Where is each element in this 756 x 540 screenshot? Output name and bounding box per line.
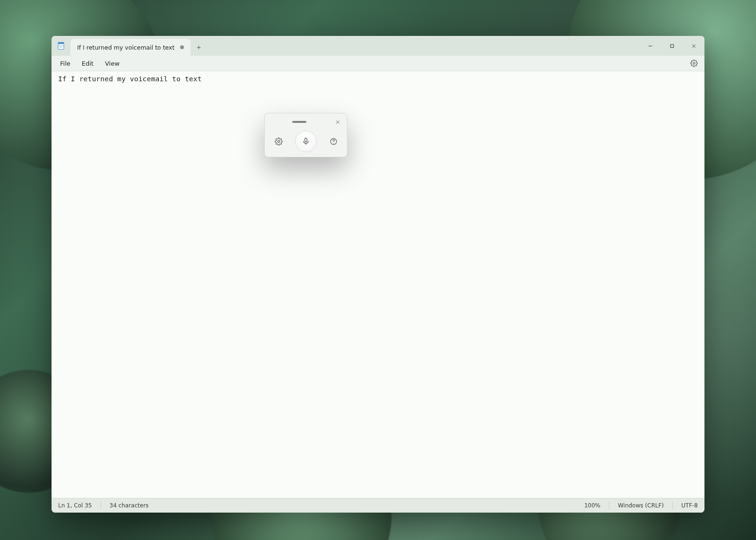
menu-view[interactable]: View <box>99 58 125 69</box>
notepad-icon <box>57 42 65 50</box>
voice-typing-widget[interactable] <box>264 113 348 157</box>
divider <box>672 502 673 509</box>
app-icon-slot <box>52 36 70 56</box>
menu-file[interactable]: File <box>54 58 76 69</box>
window-controls <box>639 36 704 56</box>
titlebar[interactable]: If I returned my voicemail to text <box>52 36 704 56</box>
menubar: File Edit View <box>52 56 704 71</box>
desktop-wallpaper: If I returned my voicemail to text <box>0 0 756 540</box>
divider <box>609 502 609 509</box>
minimize-button[interactable] <box>639 36 661 56</box>
minimize-icon <box>648 43 653 49</box>
editor-textarea[interactable]: If I returned my voicemail to text <box>52 71 704 498</box>
svg-point-14 <box>278 140 279 142</box>
maximize-button[interactable] <box>661 36 683 56</box>
voice-close-button[interactable] <box>333 117 342 127</box>
gear-icon <box>690 60 698 67</box>
menu-edit[interactable]: Edit <box>76 58 99 69</box>
status-char-count: 34 characters <box>108 502 151 509</box>
settings-button[interactable] <box>686 58 702 69</box>
voice-help-button[interactable] <box>326 134 340 148</box>
drag-handle-icon[interactable] <box>292 121 306 123</box>
unsaved-indicator-icon[interactable] <box>180 45 184 49</box>
microphone-button[interactable] <box>295 130 317 152</box>
status-encoding[interactable]: UTF-8 <box>679 502 700 509</box>
voice-widget-controls <box>269 129 343 152</box>
status-line-endings[interactable]: Windows (CRLF) <box>616 502 666 509</box>
status-position[interactable]: Ln 1, Col 35 <box>56 502 94 509</box>
close-button[interactable] <box>683 36 704 56</box>
voice-widget-header[interactable] <box>269 117 343 129</box>
maximize-icon <box>669 43 675 49</box>
svg-rect-1 <box>58 43 64 44</box>
close-icon <box>691 43 696 49</box>
help-icon <box>330 137 338 146</box>
svg-point-11 <box>693 62 695 64</box>
svg-rect-15 <box>305 138 307 142</box>
new-tab-button[interactable] <box>191 39 207 56</box>
document-tab[interactable]: If I returned my voicemail to text <box>70 39 191 56</box>
voice-settings-button[interactable] <box>271 134 286 148</box>
notepad-window: If I returned my voicemail to text <box>52 36 704 513</box>
microphone-icon <box>302 137 310 146</box>
editor-content: If I returned my voicemail to text <box>58 75 202 83</box>
divider <box>101 502 101 509</box>
statusbar: Ln 1, Col 35 34 characters 100% Windows … <box>52 498 704 513</box>
svg-point-18 <box>333 143 333 143</box>
status-zoom[interactable]: 100% <box>582 502 602 509</box>
svg-rect-8 <box>670 44 673 47</box>
tab-title: If I returned my voicemail to text <box>77 44 174 51</box>
close-icon <box>335 120 340 125</box>
plus-icon <box>196 44 202 51</box>
gear-icon <box>275 137 283 146</box>
